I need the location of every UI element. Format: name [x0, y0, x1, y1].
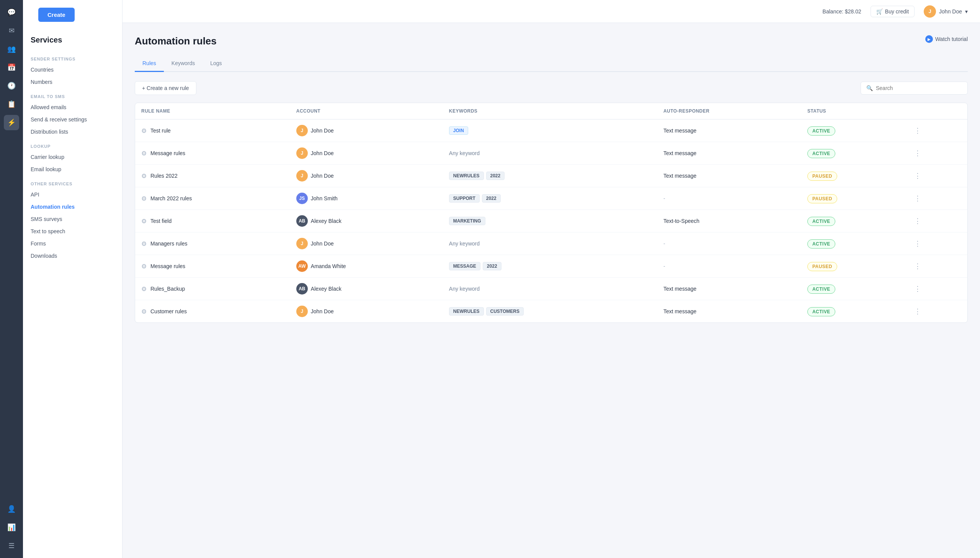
keywords-cell: SUPPORT2022: [443, 187, 657, 210]
keywords-cell: Any keyword: [443, 142, 657, 165]
sidebar-item-send-receive[interactable]: Send & receive settings: [23, 113, 122, 126]
account-cell: J John Doe: [290, 233, 443, 255]
gear-icon[interactable]: ⚙: [141, 308, 147, 315]
create-rule-button[interactable]: + Create a new rule: [135, 81, 196, 95]
sidebar-item-downloads[interactable]: Downloads: [23, 250, 122, 262]
auto-responder-value: Text message: [663, 308, 696, 314]
account-name: John Doe: [311, 128, 334, 134]
more-options-button[interactable]: ⋮: [911, 305, 924, 317]
rule-name[interactable]: Test rule: [151, 128, 171, 134]
rule-name-cell: ⚙ Message rules: [135, 255, 290, 278]
sidebar-item-carrier-lookup[interactable]: Carrier lookup: [23, 151, 122, 163]
watch-tutorial-label: Watch tutorial: [935, 36, 968, 42]
sidebar-item-email-lookup[interactable]: Email lookup: [23, 163, 122, 176]
sidebar-item-automation-rules[interactable]: Automation rules: [23, 201, 122, 213]
account-avatar: J: [296, 148, 308, 159]
table-row: ⚙ Rules_Backup AB Alexey Black Any keywo…: [135, 278, 967, 300]
sidebar-item-allowed-emails[interactable]: Allowed emails: [23, 101, 122, 113]
buy-credit-button[interactable]: 🛒 Buy credit: [870, 6, 915, 17]
tab-keywords[interactable]: Keywords: [164, 56, 203, 72]
tabs: Rules Keywords Logs: [135, 56, 968, 72]
contacts-icon[interactable]: 👥: [4, 41, 19, 57]
search-box: 🔍: [861, 82, 968, 95]
calendar-icon[interactable]: 📅: [4, 60, 19, 75]
rule-name[interactable]: Rules 2022: [151, 173, 178, 179]
account-cell: AB Alexey Black: [290, 210, 443, 233]
menu-icon[interactable]: ☰: [4, 538, 19, 553]
keywords-cell: NEWRULESCUSTOMERS: [443, 300, 657, 323]
table-row: ⚙ Managers rules J John Doe Any keyword …: [135, 233, 967, 255]
gear-icon[interactable]: ⚙: [141, 263, 147, 270]
tab-logs[interactable]: Logs: [203, 56, 229, 72]
cart-icon: 🛒: [876, 8, 883, 15]
automation-nav-icon[interactable]: ⚡: [4, 115, 19, 130]
sidebar-item-api[interactable]: API: [23, 189, 122, 201]
more-options-button[interactable]: ⋮: [911, 238, 924, 249]
chevron-down-icon: ▾: [965, 8, 968, 15]
more-options-button[interactable]: ⋮: [911, 193, 924, 204]
more-options-button[interactable]: ⋮: [911, 125, 924, 136]
more-options-button[interactable]: ⋮: [911, 215, 924, 227]
more-options-button[interactable]: ⋮: [911, 170, 924, 182]
sidebar-item-distribution-lists[interactable]: Distribution lists: [23, 126, 122, 138]
account-name: Amanda White: [311, 263, 346, 269]
auto-responder-value: Text message: [663, 128, 696, 134]
rule-name[interactable]: Managers rules: [151, 241, 188, 247]
sidebar-item-sms-surveys[interactable]: SMS surveys: [23, 213, 122, 225]
rule-name[interactable]: Message rules: [151, 150, 185, 156]
rule-name[interactable]: Rules_Backup: [151, 286, 185, 292]
message-icon[interactable]: ✉: [4, 23, 19, 38]
auto-responder-cell: Text message: [657, 142, 801, 165]
gear-icon[interactable]: ⚙: [141, 195, 147, 202]
rules-table-body: ⚙ Test rule J John Doe JOIN Text message…: [135, 120, 967, 323]
sidebar-item-countries[interactable]: Countries: [23, 64, 122, 76]
gear-icon[interactable]: ⚙: [141, 218, 147, 225]
gear-icon[interactable]: ⚙: [141, 240, 147, 248]
rule-name[interactable]: March 2022 rules: [151, 195, 192, 202]
account-name: John Doe: [311, 308, 334, 314]
rule-name[interactable]: Customer rules: [151, 308, 187, 314]
keyword-badge: JOIN: [449, 126, 468, 135]
account-name: John Doe: [311, 173, 334, 179]
account-cell: J John Doe: [290, 165, 443, 187]
keywords-cell: NEWRULES2022: [443, 165, 657, 187]
person-icon[interactable]: 👤: [4, 501, 19, 517]
auto-responder-cell: Text message: [657, 278, 801, 300]
sidebar-item-numbers[interactable]: Numbers: [23, 76, 122, 88]
actions-cell: ⋮: [905, 120, 967, 142]
more-options-button[interactable]: ⋮: [911, 261, 924, 272]
actions-cell: ⋮: [905, 300, 967, 323]
chart-icon[interactable]: 📊: [4, 520, 19, 535]
create-button[interactable]: Create: [38, 8, 75, 22]
auto-responder-cell: Text message: [657, 300, 801, 323]
account-avatar: J: [296, 170, 308, 182]
toolbar: + Create a new rule 🔍: [135, 81, 968, 95]
gear-icon[interactable]: ⚙: [141, 285, 147, 292]
account-cell: J John Doe: [290, 142, 443, 165]
sidebar-item-forms[interactable]: Forms: [23, 238, 122, 250]
gear-icon[interactable]: ⚙: [141, 150, 147, 157]
keyword-badge: 2022: [486, 172, 505, 180]
rule-name[interactable]: Message rules: [151, 263, 185, 269]
history-icon[interactable]: 🕐: [4, 78, 19, 94]
tab-rules[interactable]: Rules: [135, 56, 164, 72]
user-menu[interactable]: J John Doe ▾: [924, 5, 968, 18]
more-options-button[interactable]: ⋮: [911, 148, 924, 159]
account-avatar: AB: [296, 283, 308, 294]
col-rule-name: Rule name: [135, 103, 290, 120]
topbar: Balance: $28.02 🛒 Buy credit J John Doe …: [123, 0, 980, 23]
sidebar-item-text-to-speech[interactable]: Text to speech: [23, 225, 122, 238]
gear-icon[interactable]: ⚙: [141, 172, 147, 180]
status-badge: PAUSED: [807, 194, 837, 204]
account-name: John Doe: [311, 150, 334, 156]
keyword-badge: MARKETING: [449, 217, 486, 225]
gear-icon[interactable]: ⚙: [141, 127, 147, 135]
other-services-section: OTHER SERVICES: [23, 176, 122, 189]
rule-name[interactable]: Test field: [151, 218, 172, 224]
chat-icon[interactable]: 💬: [4, 5, 19, 20]
clipboard-icon[interactable]: 📋: [4, 97, 19, 112]
watch-tutorial-link[interactable]: ▶ Watch tutorial: [925, 35, 968, 43]
search-input[interactable]: [876, 85, 962, 91]
table-row: ⚙ March 2022 rules JS John Smith SUPPORT…: [135, 187, 967, 210]
more-options-button[interactable]: ⋮: [911, 283, 924, 294]
